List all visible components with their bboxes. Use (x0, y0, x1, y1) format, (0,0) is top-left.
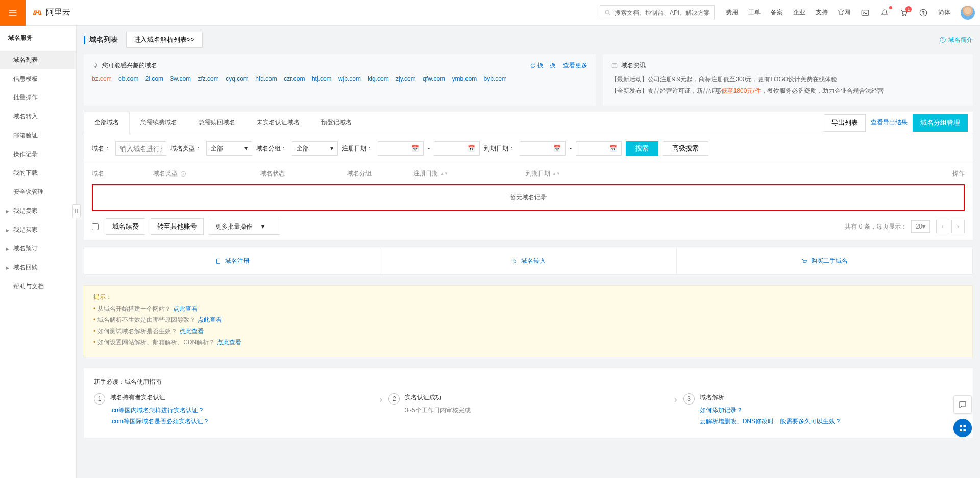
pager-next[interactable]: › (951, 220, 965, 233)
bulk-more-select[interactable]: 更多批量操作▾ (209, 219, 280, 235)
dom-8[interactable]: htj.com (312, 75, 332, 82)
bell-icon[interactable] (880, 8, 889, 17)
top-link-support[interactable]: 支持 (816, 8, 828, 17)
brand-logo[interactable]: 阿里云 (32, 7, 70, 18)
step-3-link-2[interactable]: 云解析增删改、DNS修改时一般需要多久可以生效？ (700, 417, 841, 426)
tab-unverified[interactable]: 未实名认证域名 (246, 112, 310, 134)
step-1-link-1[interactable]: .cn等国内域名怎样进行实名认证？ (110, 406, 209, 415)
group-manage-button[interactable]: 域名分组管理 (913, 114, 968, 132)
top-link-site[interactable]: 官网 (838, 8, 850, 17)
dom-0[interactable]: bz.com (92, 75, 112, 82)
side-email-verify[interactable]: 邮箱验证 (0, 126, 76, 145)
page-size-select[interactable]: 20 ▾ (911, 220, 930, 233)
sidebar-collapse[interactable] (72, 204, 81, 218)
side-buyer[interactable]: ▸我是买家 (0, 220, 76, 239)
hint-3-link[interactable]: 点此查看 (179, 328, 204, 335)
goto-dns-list-button[interactable]: 进入域名解析列表>> (126, 32, 203, 48)
menu-toggle[interactable] (0, 0, 26, 26)
side-buyback[interactable]: ▸域名回购 (0, 258, 76, 277)
dom-10[interactable]: klg.com (368, 75, 388, 82)
float-chat-button[interactable] (953, 395, 972, 414)
lang-switch[interactable]: 简体 (938, 8, 950, 17)
news-2[interactable]: 【全新发布】食品经营许可证，新品钜惠低至1800元/件，餐饮服务必备资质，助力企… (611, 87, 965, 95)
tab-all[interactable]: 全部域名 (84, 112, 130, 134)
side-seller[interactable]: ▸我是卖家 (0, 202, 76, 220)
side-template[interactable]: 信息模板 (0, 69, 76, 88)
th-reg-date[interactable]: 注册日期▲▼ (413, 169, 526, 178)
top-link-ticket[interactable]: 工单 (748, 8, 761, 17)
more-link[interactable]: 查看更多 (563, 61, 587, 70)
view-export-link[interactable]: 查看导出结果 (871, 118, 908, 127)
select-all-checkbox[interactable] (92, 223, 99, 230)
top-link-enterprise[interactable]: 企业 (793, 8, 805, 17)
hint-4-link[interactable]: 点此查看 (217, 339, 241, 346)
refresh-link[interactable]: 换一换 (530, 61, 556, 70)
dom-12[interactable]: qfw.com (423, 75, 445, 82)
card-register[interactable]: 域名注册 (84, 247, 380, 274)
side-download[interactable]: 我的下载 (0, 164, 76, 183)
filter-exp-end[interactable]: 📅 (576, 141, 622, 156)
avatar[interactable] (961, 6, 975, 20)
news-1[interactable]: 【最新活动】公司注册9.9元起，商标注册低至300元，更有LOGO设计免费在线体… (611, 75, 965, 84)
search-button[interactable]: 搜索 (626, 141, 658, 156)
dom-13[interactable]: ymb.com (452, 75, 477, 82)
dom-1[interactable]: ob.com (118, 75, 138, 82)
step-2-sub: 3~5个工作日内审核完成 (405, 406, 470, 415)
dom-9[interactable]: wjb.com (338, 75, 361, 82)
intro-link[interactable]: ? 域名简介 (939, 36, 973, 44)
step-2-title: 实名认证成功 (405, 393, 470, 402)
hint-2-link[interactable]: 点此查看 (198, 316, 222, 323)
shell-icon[interactable] (861, 8, 870, 17)
filter-reg-end[interactable]: 📅 (434, 141, 480, 156)
side-domain-list[interactable]: 域名列表 (0, 51, 76, 69)
dom-6[interactable]: hfd.com (255, 75, 277, 82)
filter-reg-start[interactable]: 📅 (378, 141, 424, 156)
dom-3[interactable]: 3w.com (170, 75, 191, 82)
tab-renew[interactable]: 急需续费域名 (130, 112, 188, 134)
global-search-input[interactable] (615, 9, 710, 16)
bulk-renew-button[interactable]: 域名续费 (106, 218, 145, 235)
export-button[interactable]: 导出列表 (824, 114, 866, 132)
filter-type-select[interactable]: 全部▾ (206, 141, 252, 156)
sidebar: 域名服务 域名列表 信息模板 批量操作 域名转入 邮箱验证 操作记录 我的下载 … (0, 26, 77, 478)
top-link-icp[interactable]: 备案 (771, 8, 783, 17)
side-batch[interactable]: 批量操作 (0, 88, 76, 107)
svg-rect-15 (960, 425, 962, 427)
card-transfer-in[interactable]: 域名转入 (380, 247, 676, 274)
dom-5[interactable]: cyq.com (226, 75, 249, 82)
side-reserve[interactable]: ▸域名预订 (0, 239, 76, 258)
filter-group-select[interactable]: 全部▾ (292, 141, 338, 156)
float-apps-button[interactable] (953, 419, 972, 437)
step-1-title: 域名持有者实名认证 (110, 393, 209, 402)
dom-2[interactable]: 2l.com (145, 75, 163, 82)
hint-1-link[interactable]: 点此查看 (173, 305, 198, 312)
step-3-link-1[interactable]: 如何添加记录？ (700, 406, 841, 415)
bulk-transfer-button[interactable]: 转至其他账号 (151, 218, 204, 235)
dom-7[interactable]: czr.com (284, 75, 305, 82)
help-icon[interactable]: ? (180, 170, 187, 178)
side-lock[interactable]: 安全锁管理 (0, 183, 76, 202)
step-1-link-2[interactable]: .com等国际域名是否必须实名认证？ (110, 417, 209, 426)
doc-icon (215, 258, 222, 265)
dom-4[interactable]: zfz.com (198, 75, 218, 82)
svg-text:?: ? (942, 38, 944, 41)
card-buy-used[interactable]: 购买二手域名 (677, 247, 972, 274)
filter-domain-input[interactable] (115, 141, 166, 156)
filter-exp-start[interactable]: 📅 (520, 141, 566, 156)
help-icon[interactable]: ? (919, 8, 928, 17)
top-link-fee[interactable]: 费用 (726, 8, 738, 17)
dom-14[interactable]: byb.com (483, 75, 506, 82)
th-domain: 域名 (92, 169, 153, 178)
advanced-search-button[interactable]: 高级搜索 (663, 141, 708, 156)
side-oplog[interactable]: 操作记录 (0, 145, 76, 164)
side-help[interactable]: 帮助与文档 (0, 277, 76, 296)
tab-prereg[interactable]: 预登记域名 (310, 112, 362, 134)
pager-prev[interactable]: ‹ (936, 220, 949, 233)
global-search[interactable] (600, 5, 715, 20)
cart-icon[interactable]: 1 (899, 8, 909, 17)
hint-4: •如何设置网站解析、邮箱解析、CDN解析？点此查看 (93, 338, 963, 347)
side-transfer-in[interactable]: 域名转入 (0, 107, 76, 126)
tab-redeem[interactable]: 急需赎回域名 (188, 112, 246, 134)
th-exp-date[interactable]: 到期日期▲▼ (526, 169, 684, 178)
dom-11[interactable]: zjy.com (396, 75, 416, 82)
